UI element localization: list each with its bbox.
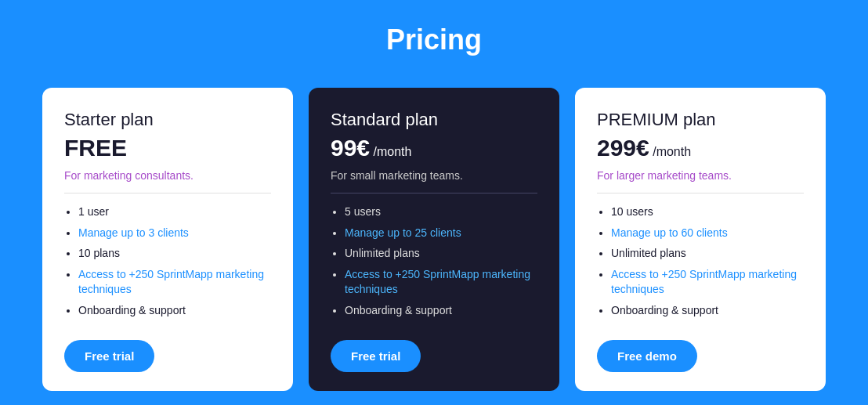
- cta-button-premium[interactable]: Free demo: [597, 340, 697, 372]
- plan-divider-starter: [64, 193, 271, 193]
- plan-name-standard: Standard plan: [331, 110, 537, 130]
- plans-container: Starter planFREEFor marketing consultant…: [31, 88, 837, 391]
- plan-subtitle-premium: For larger marketing teams.: [597, 169, 804, 182]
- plan-divider-standard: [331, 193, 537, 193]
- plan-divider-premium: [597, 193, 804, 193]
- page-title: Pricing: [386, 24, 482, 56]
- list-item: Manage up to 3 clients: [78, 226, 271, 241]
- plan-price-standard: 99€ /month: [331, 135, 537, 161]
- list-item: Onboarding & support: [611, 303, 804, 319]
- plan-subtitle-starter: For marketing consultants.: [64, 169, 271, 182]
- list-item: Unlimited plans: [611, 246, 804, 262]
- list-item: 10 users: [611, 204, 804, 220]
- plan-name-premium: PREMIUM plan: [597, 110, 804, 130]
- cta-button-standard[interactable]: Free trial: [331, 340, 421, 372]
- list-item: Manage up to 60 clients: [611, 226, 804, 241]
- plan-card-starter: Starter planFREEFor marketing consultant…: [42, 88, 293, 391]
- list-item: Manage up to 25 clients: [345, 226, 537, 241]
- list-item: 1 user: [78, 204, 271, 220]
- list-item: Unlimited plans: [345, 246, 537, 262]
- list-item: Access to +250 SprintMapp marketing tech…: [78, 267, 271, 298]
- plan-card-premium: PREMIUM plan299€ /monthFor larger market…: [575, 88, 826, 391]
- cta-button-starter[interactable]: Free trial: [64, 340, 154, 372]
- plan-price-premium: 299€ /month: [597, 135, 804, 161]
- plan-card-standard: Standard plan99€ /monthFor small marketi…: [309, 88, 559, 391]
- list-item: Access to +250 SprintMapp marketing tech…: [611, 267, 804, 298]
- list-item: Access to +250 SprintMapp marketing tech…: [345, 267, 537, 298]
- features-list-starter: 1 userManage up to 3 clients10 plansAcce…: [64, 204, 271, 324]
- list-item: Onboarding & support: [345, 303, 537, 319]
- plan-subtitle-standard: For small marketing teams.: [331, 169, 537, 182]
- plan-name-starter: Starter plan: [64, 110, 271, 130]
- list-item: 5 users: [345, 204, 537, 220]
- list-item: Onboarding & support: [78, 303, 271, 319]
- plan-price-starter: FREE: [64, 135, 271, 161]
- list-item: 10 plans: [78, 246, 271, 262]
- features-list-standard: 5 usersManage up to 25 clientsUnlimited …: [331, 204, 537, 324]
- features-list-premium: 10 usersManage up to 60 clientsUnlimited…: [597, 204, 804, 324]
